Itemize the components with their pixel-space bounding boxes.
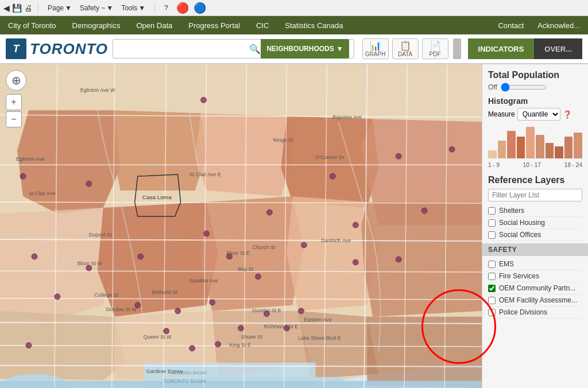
svg-text:Shuter St: Shuter St [241,334,262,340]
hist-label-1: 1 - 9 [488,162,500,168]
tools-menu[interactable]: Tools ▼ [118,2,149,14]
svg-point-99 [238,325,244,331]
layer-fire-services[interactable]: Fire Services [488,270,582,282]
layer-social-housing-checkbox[interactable] [488,219,496,227]
svg-point-90 [396,257,401,262]
safety-header: SAFETY [482,243,588,256]
svg-text:Dupont St: Dupont St [89,232,112,238]
toolbar-icons: ◀ 💾 🖨 [3,3,32,13]
svg-point-84 [330,173,335,179]
safety-menu[interactable]: Safety ~ ▼ [80,4,113,12]
svg-text:St Clair Ave: St Clair Ave [29,191,56,196]
nav-city-of-toronto[interactable]: City of Toronto [6,18,59,33]
nav-right: Contact Acknowled... [496,18,582,33]
layer-police-divisions-checkbox[interactable] [488,309,496,316]
total-population-title: Total Population [488,70,582,80]
ext1-icon[interactable]: 🔴 [176,2,189,14]
map-controls: ⊕ + − [6,70,26,127]
svg-text:Bay St: Bay St [238,266,254,272]
measure-select[interactable]: Quantile [517,108,560,121]
svg-point-80 [32,254,37,259]
layer-fire-services-checkbox[interactable] [488,273,496,280]
nav-cic[interactable]: CIC [254,18,271,33]
page-menu[interactable]: Page ▼ [44,2,75,14]
svg-point-106 [449,146,455,152]
nav-statistics-canada[interactable]: Statistics Canada [283,18,345,33]
layer-ems-checkbox[interactable] [488,261,496,268]
nav-demographics[interactable]: Demographics [70,18,123,33]
layer-social-offices-label: Social Offices [499,231,541,239]
search-icon[interactable]: 🔍 [249,44,261,55]
hist-bar-6 [546,143,554,159]
search-bar[interactable]: 🔍 NEIGHBOURHOODS ▼ [113,39,354,59]
logo-icon: T [6,38,26,59]
nav-acknowledge[interactable]: Acknowled... [535,18,582,33]
expand-btn[interactable] [453,38,461,59]
layer-oem-community-checkbox[interactable] [488,285,496,292]
neighbourhood-label: NEIGHBOURHOODS [266,45,334,53]
tab-overview[interactable]: OVER... [534,38,582,59]
graph-btn[interactable]: 📊 GRAPH [362,38,389,59]
layer-social-offices[interactable]: Social Offices [488,229,582,241]
measure-label: Measure [488,110,515,118]
data-btn[interactable]: 📋 DATA [392,38,419,59]
nav-open-data[interactable]: Open Data [134,18,175,33]
histogram-section: Histogram Measure Quantile ❓ 1 - 9 10 - … [488,96,582,168]
svg-marker-5 [281,116,378,208]
panel-bottom-svg [482,325,588,331]
layer-ems[interactable]: EMS [488,258,582,270]
back-icon[interactable]: ◀ [3,3,10,13]
toggle-slider[interactable] [501,83,547,92]
zoom-in-btn[interactable]: + [6,94,22,110]
page-label: Page [48,4,64,12]
svg-point-97 [189,346,195,351]
layer-fire-services-label: Fire Services [499,272,539,280]
zoom-out-btn[interactable]: − [6,111,22,127]
help-icon[interactable]: ❓ [563,110,572,119]
svg-marker-4 [195,113,293,196]
help-btn[interactable]: ? [161,2,172,14]
layer-oem-facility[interactable]: OEM Facility Assessme... [488,294,582,306]
pdf-label: PDF [430,51,441,57]
search-input[interactable] [118,45,249,53]
layer-police-divisions[interactable]: Police Divisions [488,306,582,319]
nav-progress-portal[interactable]: Progress Portal [186,18,242,33]
right-panel: Total Population Off Histogram Measure Q… [482,64,588,388]
filter-input[interactable] [488,189,582,201]
save-icon[interactable]: 💾 [12,3,22,13]
tab-indicators[interactable]: INDICATORS [468,38,535,59]
layer-oem-community[interactable]: OEM Community Partn... [488,282,582,294]
layer-social-housing[interactable]: Social Housing [488,217,582,229]
ref-layers-title: Reference Layers [488,175,582,185]
compass-btn[interactable]: ⊕ [6,70,26,91]
layer-social-offices-checkbox[interactable] [488,231,496,239]
hist-bar-8 [564,137,573,158]
layer-shelters-checkbox[interactable] [488,207,496,215]
panel-content: Total Population Off Histogram Measure Q… [482,64,588,324]
svg-marker-8 [98,202,218,317]
map[interactable]: Eglinton Ave W O'Connor Dr Eglinton Ave … [0,64,482,388]
toggle-row: Off [488,83,582,92]
svg-point-78 [86,181,92,187]
nav-contact[interactable]: Contact [496,18,526,33]
histogram-bars [488,124,582,158]
pdf-btn[interactable]: 📄 PDF [422,38,448,59]
svg-point-102 [298,308,304,314]
hist-bar-5 [536,135,544,158]
ext2-icon[interactable]: 🔵 [194,2,206,14]
svg-text:Bathurst St: Bathurst St [152,289,178,295]
svg-text:Church St: Church St [252,245,275,250]
print-icon[interactable]: 🖨 [24,3,32,13]
graph-icon: 📊 [370,40,381,51]
neighbourhood-btn[interactable]: NEIGHBOURHOODS ▼ [261,39,349,59]
logo-text: TORONTO [30,40,108,58]
layer-oem-facility-checkbox[interactable] [488,297,496,304]
svg-text:MOORING BASIN: MOORING BASIN [169,370,207,375]
measure-row: Measure Quantile ❓ [488,108,582,121]
svg-point-87 [353,222,358,228]
layer-police-divisions-label: Police Divisions [499,308,547,316]
layer-shelters[interactable]: Shelters [488,205,582,217]
svg-point-94 [175,308,181,314]
svg-text:Casa Loma: Casa Loma [142,194,172,200]
svg-text:Queen St W: Queen St W [144,334,172,340]
